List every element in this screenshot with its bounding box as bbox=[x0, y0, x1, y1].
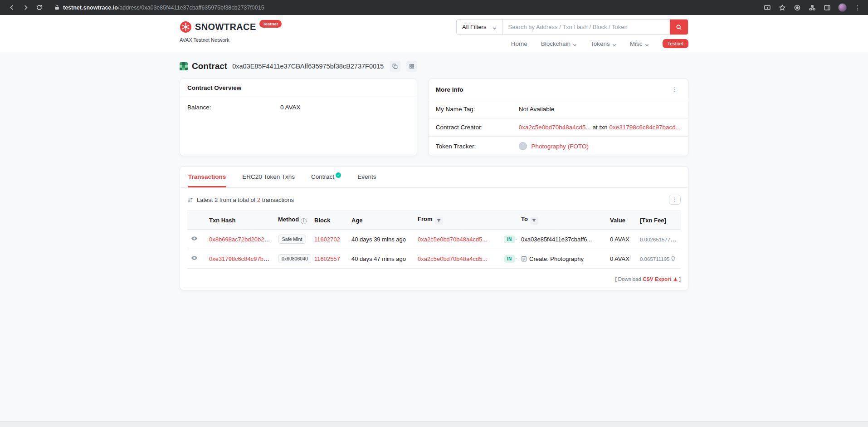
nav-testnet-button[interactable]: Testnet bbox=[663, 39, 688, 48]
page-title-row: Contract 0xa03E85F4411e37CBAff635975bf38… bbox=[180, 61, 688, 72]
tx-summary-prefix: Latest 2 from a total of bbox=[197, 196, 255, 203]
creator-txn-link[interactable]: 0xe31798c6c84c97bacd... bbox=[609, 124, 681, 131]
extension-badge-icon[interactable] bbox=[793, 4, 801, 12]
at-txn-text: at txn bbox=[593, 124, 608, 131]
tx-summary-count: 2 bbox=[257, 196, 260, 203]
token-tracker-label: Token Tracker: bbox=[436, 143, 519, 150]
sort-icon bbox=[187, 197, 193, 203]
from-filter-button[interactable] bbox=[435, 217, 443, 225]
search-button[interactable] bbox=[670, 20, 688, 34]
table-header-row: Txn Hash Methodi Block Age From To Value… bbox=[187, 211, 681, 230]
csv-download-prefix: [ Download bbox=[615, 276, 641, 282]
copy-address-button[interactable] bbox=[390, 61, 400, 72]
search-input[interactable] bbox=[502, 20, 670, 34]
tab-transactions[interactable]: Transactions bbox=[188, 167, 226, 187]
grid-view-button[interactable] bbox=[406, 61, 417, 72]
preview-tx-button[interactable] bbox=[191, 255, 198, 263]
txn-hash-link[interactable]: 0x8b698ac72bd20b2a64... bbox=[209, 236, 274, 243]
chevron-down-icon bbox=[645, 42, 649, 46]
method-badge: Safe Mint bbox=[278, 235, 306, 244]
name-tag-label: My Name Tag: bbox=[436, 106, 519, 113]
header-age[interactable]: Age bbox=[348, 211, 414, 230]
search-icon bbox=[676, 24, 682, 30]
install-app-icon[interactable] bbox=[763, 4, 771, 12]
to-address: 0xa03e85f4411e37cbaff6... bbox=[521, 236, 592, 243]
brand-logo-group[interactable]: SNOWTRACE Testnet bbox=[180, 21, 282, 33]
nav-blockchain-label: Blockchain bbox=[541, 40, 571, 47]
nav-item-home[interactable]: Home bbox=[511, 40, 527, 47]
method-badge: 0x60806040 bbox=[278, 254, 311, 263]
csv-export-row: [ Download CSV Export ] bbox=[187, 276, 681, 282]
preview-tx-button[interactable] bbox=[191, 235, 198, 243]
side-panel-icon[interactable] bbox=[823, 4, 831, 12]
name-tag-value: Not Available bbox=[519, 106, 555, 113]
search-filter-label: All Filters bbox=[462, 24, 486, 30]
browser-toolbar: testnet.snowtrace.io/address/0xa03e85f44… bbox=[0, 0, 868, 15]
csv-download-suffix: ] bbox=[679, 276, 681, 282]
from-address-link[interactable]: 0xa2c5e0bd70b48a4cd5... bbox=[418, 255, 487, 262]
more-info-card-title: More Info bbox=[436, 86, 463, 93]
chevron-down-icon bbox=[612, 42, 616, 46]
search-filter-select[interactable]: All Filters bbox=[457, 20, 502, 34]
tab-bar: Transactions ERC20 Token Txns Contract ✓… bbox=[180, 167, 688, 188]
header-from: From bbox=[414, 211, 500, 230]
direction-badge: IN bbox=[504, 255, 515, 263]
tab-erc20-token-txns[interactable]: ERC20 Token Txns bbox=[242, 167, 295, 187]
csv-export-link[interactable]: CSV Export bbox=[643, 276, 671, 282]
balance-label: Balance: bbox=[187, 104, 280, 111]
age-value: 40 days 39 mins ago bbox=[351, 236, 406, 243]
funnel-icon bbox=[532, 219, 536, 223]
to-filter-button[interactable] bbox=[530, 217, 538, 225]
nav-item-tokens[interactable]: Tokens bbox=[590, 40, 616, 47]
page-footer-strip bbox=[0, 421, 868, 427]
more-info-card: More Info ⋮ My Name Tag: Not Available C… bbox=[428, 79, 688, 156]
age-value: 40 days 47 mins ago bbox=[351, 255, 406, 262]
url-text[interactable]: testnet.snowtrace.io/address/0xa03e85f44… bbox=[63, 5, 264, 11]
method-info-icon[interactable]: i bbox=[301, 218, 307, 224]
name-tag-row: My Name Tag: Not Available bbox=[429, 100, 688, 118]
secure-lock-icon[interactable] bbox=[54, 4, 59, 12]
extensions-puzzle-icon[interactable] bbox=[808, 4, 816, 12]
block-link[interactable]: 11602702 bbox=[314, 236, 340, 243]
browser-menu-icon[interactable]: ⋮ bbox=[853, 4, 862, 12]
txn-hash-link[interactable]: 0xe31798c6c84c97bacd... bbox=[209, 255, 274, 262]
profile-avatar[interactable] bbox=[838, 3, 847, 12]
contract-address: 0xa03E85F4411e37CBAff635975bf38cB2737F00… bbox=[232, 63, 384, 70]
header-txn-fee: [Txn Fee] bbox=[636, 211, 681, 230]
snowtrace-logo-icon bbox=[180, 21, 192, 33]
creator-address-link[interactable]: 0xa2c5e0bd70b48a4cd5... bbox=[519, 124, 591, 131]
main-nav: Home Blockchain Tokens Misc Testnet bbox=[511, 39, 688, 48]
header-direction bbox=[500, 211, 517, 230]
search-bar: All Filters bbox=[456, 19, 688, 35]
block-link[interactable]: 11602557 bbox=[314, 255, 340, 262]
transactions-table: Txn Hash Methodi Block Age From To Value… bbox=[187, 211, 681, 269]
browser-refresh-icon[interactable] bbox=[34, 2, 44, 13]
tab-events-label: Events bbox=[357, 173, 376, 180]
address-bar[interactable]: testnet.snowtrace.io/address/0xa03e85f44… bbox=[54, 2, 753, 13]
gas-bulb-icon bbox=[671, 255, 676, 262]
browser-back-icon[interactable] bbox=[6, 2, 17, 13]
direction-badge: IN bbox=[504, 236, 515, 243]
header-value: Value bbox=[606, 211, 636, 230]
token-tracker-link[interactable]: Photography (FOTO) bbox=[531, 143, 589, 150]
browser-forward-icon[interactable] bbox=[20, 2, 31, 13]
tx-options-menu-button[interactable]: ⋮ bbox=[669, 195, 681, 205]
tab-events[interactable]: Events bbox=[357, 167, 376, 187]
header-method: Methodi bbox=[274, 211, 311, 230]
tab-contract[interactable]: Contract ✓ bbox=[311, 167, 341, 187]
table-row: 0xe31798c6c84c97bacd... 0x60806040 11602… bbox=[187, 249, 681, 269]
from-address-link[interactable]: 0xa2c5e0bd70b48a4cd5... bbox=[418, 236, 487, 243]
grid-icon bbox=[409, 64, 414, 69]
contract-creator-row: Contract Creator: 0xa2c5e0bd70b48a4cd5..… bbox=[429, 118, 688, 137]
nav-item-misc[interactable]: Misc bbox=[630, 40, 649, 47]
nav-item-blockchain[interactable]: Blockchain bbox=[541, 40, 577, 47]
url-domain: testnet.snowtrace.io bbox=[63, 5, 118, 11]
tab-contract-label: Contract bbox=[311, 173, 334, 180]
contract-create-icon bbox=[521, 255, 527, 262]
brand-name: SNOWTRACE bbox=[195, 22, 256, 32]
bookmark-star-icon[interactable] bbox=[778, 4, 786, 12]
balance-value: 0 AVAX bbox=[280, 104, 301, 111]
more-info-menu-button[interactable]: ⋮ bbox=[669, 84, 681, 94]
header-view bbox=[187, 211, 205, 230]
eye-icon bbox=[191, 255, 198, 261]
